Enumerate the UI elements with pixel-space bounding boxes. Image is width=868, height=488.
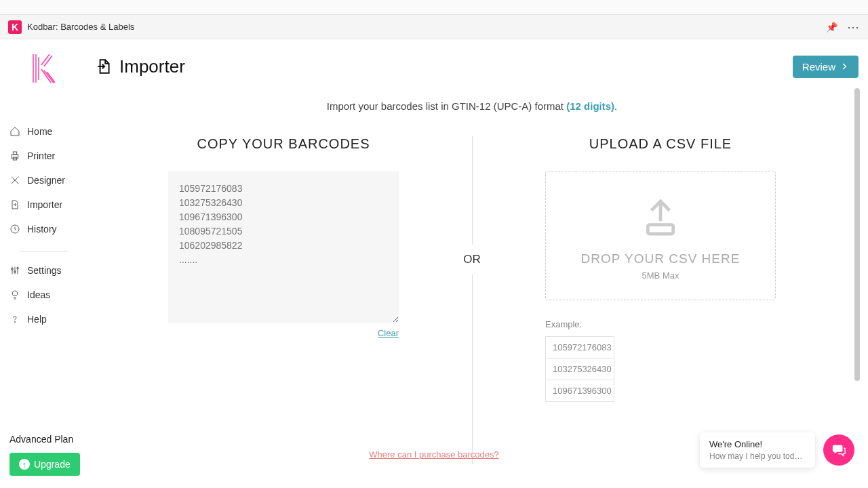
sidebar-item-printer[interactable]: Printer — [9, 144, 79, 168]
chat-subtitle: How may I help you toda... — [709, 451, 806, 461]
browser-topbar — [0, 0, 868, 15]
drop-text: DROP YOUR CSV HERE — [557, 251, 764, 266]
app-logo — [29, 52, 59, 85]
or-label: OR — [463, 245, 481, 274]
copy-barcodes-column: COPY YOUR BARCODES Clear — [95, 136, 472, 338]
svg-rect-8 — [648, 225, 673, 234]
copy-heading: COPY YOUR BARCODES — [115, 136, 452, 152]
upload-csv-column: UPLOAD A CSV FILE DROP YOUR CSV HERE 5MB… — [472, 136, 849, 401]
sidebar: Home Printer Designer Importer History S… — [0, 39, 88, 488]
drop-subtext: 5MB Max — [557, 270, 764, 281]
sidebar-item-home[interactable]: Home — [9, 119, 79, 144]
settings-icon — [9, 265, 20, 276]
page-title-text: Importer — [119, 56, 185, 77]
upload-icon — [639, 196, 682, 239]
pin-icon[interactable]: 📌 — [826, 22, 837, 33]
sidebar-item-label: Importer — [27, 199, 62, 210]
intro-text: Import your barcodes list in GTIN-12 (UP… — [95, 100, 849, 112]
brand-title: Kodbar: Barcodes & Labels — [27, 22, 134, 32]
sidebar-item-settings[interactable]: Settings — [9, 258, 79, 283]
csv-dropzone[interactable]: DROP YOUR CSV HERE 5MB Max — [545, 171, 776, 300]
scrollbar[interactable] — [854, 88, 860, 381]
sidebar-item-label: Ideas — [27, 289, 50, 300]
sidebar-divider — [20, 251, 68, 251]
sidebar-item-label: Help — [27, 314, 47, 325]
home-icon — [9, 126, 20, 137]
page-header: Importer Review — [95, 52, 859, 81]
sidebar-item-ideas[interactable]: Ideas — [9, 283, 79, 307]
designer-icon — [9, 175, 20, 186]
history-icon — [9, 224, 20, 235]
upgrade-button[interactable]: ↑ Upgrade — [9, 453, 80, 476]
sidebar-item-history[interactable]: History — [9, 217, 79, 241]
sidebar-item-label: Designer — [27, 175, 65, 186]
help-icon — [9, 314, 20, 325]
example-label: Example: — [545, 319, 776, 329]
clear-link[interactable]: Clear — [168, 328, 399, 338]
sidebar-item-importer[interactable]: Importer — [9, 192, 79, 217]
sidebar-item-label: Settings — [27, 265, 62, 276]
app-bar: K Kodbar: Barcodes & Labels 📌 ⋯ — [0, 15, 868, 39]
importer-icon — [9, 199, 20, 210]
svg-rect-0 — [12, 155, 18, 158]
example-cell: 105972176083 — [545, 336, 614, 359]
example-cell: 103275326430 — [545, 358, 614, 380]
lightbulb-icon — [9, 289, 20, 300]
sidebar-item-label: Printer — [27, 150, 55, 161]
plan-label: Advanced Plan — [9, 434, 79, 445]
chat-icon — [831, 443, 846, 458]
arrow-up-icon: ↑ — [19, 459, 30, 470]
svg-point-7 — [14, 321, 15, 322]
main-content: Import your barcodes list in GTIN-12 (UP… — [95, 88, 849, 488]
sidebar-item-designer[interactable]: Designer — [9, 168, 79, 192]
example-cell: 109671396300 — [545, 380, 614, 402]
import-icon — [95, 58, 113, 75]
chat-title: We're Online! — [709, 439, 806, 449]
review-button-label: Review — [802, 61, 835, 73]
page-title: Importer — [95, 56, 185, 77]
sidebar-item-help[interactable]: Help — [9, 307, 79, 331]
example-grid: 105972176083 103275326430 109671396300 — [545, 336, 776, 402]
chevron-right-icon — [840, 62, 849, 71]
svg-rect-2 — [13, 157, 16, 160]
upload-heading: UPLOAD A CSV FILE — [492, 136, 829, 152]
kebab-menu-icon[interactable]: ⋯ — [847, 20, 860, 35]
review-button[interactable]: Review — [793, 56, 859, 78]
sidebar-item-label: History — [27, 224, 57, 235]
chat-bubble[interactable]: We're Online! How may I help you toda... — [700, 432, 815, 468]
printer-icon — [9, 150, 20, 161]
upgrade-button-label: Upgrade — [34, 459, 71, 470]
purchase-barcodes-link[interactable]: Where can I purchase barcodes? — [369, 449, 499, 460]
chat-widget: We're Online! How may I help you toda... — [700, 432, 854, 468]
brand-badge: K — [8, 20, 22, 34]
chat-fab[interactable] — [823, 434, 854, 466]
barcodes-textarea[interactable] — [168, 171, 399, 323]
svg-rect-1 — [13, 152, 16, 155]
sidebar-item-label: Home — [27, 126, 52, 137]
